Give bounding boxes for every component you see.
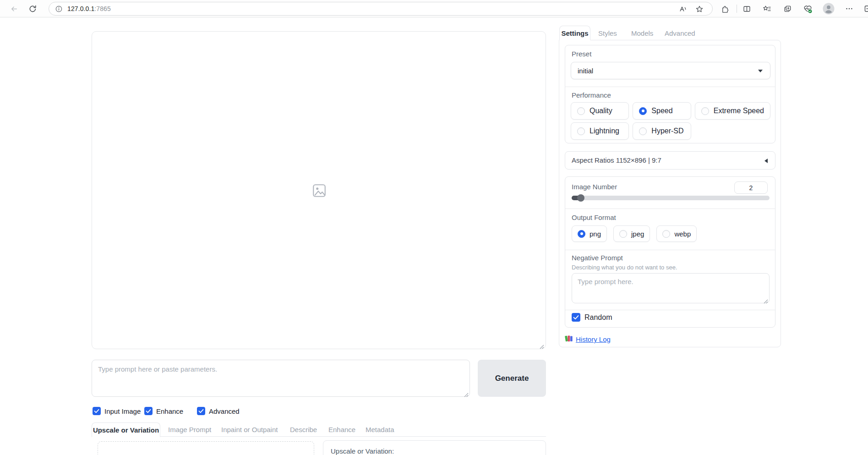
more-menu-icon[interactable] — [844, 3, 855, 14]
image-number-slider[interactable] — [572, 196, 770, 200]
radio-unchecked-icon — [662, 230, 670, 238]
negative-prompt-label: Negative Prompt — [572, 254, 623, 262]
preset-performance-group: Preset initial Performance Quality Speed — [565, 45, 775, 143]
site-info-icon[interactable] — [55, 5, 62, 12]
performance-options: Quality Speed Extreme Speed Lightning Hy… — [571, 102, 770, 140]
fooocus-app: Generate Input Image Enhance Advanced Up… — [0, 18, 868, 455]
enhance-checkbox[interactable]: Enhance — [144, 407, 183, 415]
tab-models[interactable]: Models — [631, 26, 653, 40]
output-format-options: png jpeg webp — [572, 225, 697, 242]
generate-button[interactable]: Generate — [478, 360, 546, 397]
url-text: 127.0.0.1:7865 — [67, 5, 111, 12]
toolbar-divider — [737, 5, 737, 13]
radio-checked-icon — [578, 230, 585, 238]
prompt-input[interactable] — [92, 360, 470, 397]
upscale-options-label: Upscale or Variation: — [331, 447, 394, 455]
read-aloud-icon[interactable] — [678, 5, 688, 14]
negative-prompt-input[interactable] — [572, 273, 770, 303]
tab-styles[interactable]: Styles — [598, 26, 617, 40]
random-label: Random — [584, 313, 612, 322]
tab-image-prompt[interactable]: Image Prompt — [168, 422, 211, 437]
performance-option-extreme-speed[interactable]: Extreme Speed — [695, 102, 770, 120]
accordion-collapsed-arrow-icon — [764, 159, 768, 163]
tab-describe[interactable]: Describe — [290, 422, 317, 437]
performance-label: Performance — [572, 91, 611, 99]
radio-unchecked-icon — [577, 127, 585, 135]
checkbox-checked-icon — [572, 313, 580, 322]
format-option-webp[interactable]: webp — [656, 225, 697, 242]
output-format-label: Output Format — [572, 214, 616, 221]
sidebar-icon[interactable] — [863, 3, 868, 14]
negative-prompt-info: Describing what you do not want to see. — [572, 264, 677, 271]
upscale-image-dropzone[interactable] — [98, 441, 314, 455]
history-log[interactable]: History Log — [565, 334, 611, 344]
input-image-checkbox[interactable]: Input Image — [93, 407, 141, 415]
collections-icon[interactable] — [782, 3, 793, 14]
split-screen-icon[interactable] — [741, 3, 752, 14]
performance-option-quality[interactable]: Quality — [571, 102, 629, 120]
extensions-icon[interactable] — [719, 3, 730, 14]
settings-panel: Preset initial Performance Quality Speed — [559, 40, 781, 347]
checkbox-checked-icon — [144, 407, 153, 415]
radio-checked-icon — [639, 107, 647, 115]
preset-value: initial — [578, 67, 593, 75]
image-preview-area[interactable] — [92, 31, 546, 349]
divider — [565, 87, 775, 87]
tab-settings[interactable]: Settings — [559, 26, 590, 40]
negative-prompt-resize-handle[interactable] — [764, 297, 768, 302]
divider — [565, 250, 775, 250]
radio-unchecked-icon — [577, 107, 585, 115]
favorites-list-icon[interactable] — [761, 3, 772, 14]
checkbox-label: Enhance — [156, 407, 183, 415]
radio-unchecked-icon — [619, 230, 627, 238]
tab-upscale-or-variation[interactable]: Upscale or Variation — [92, 422, 160, 437]
format-option-jpeg[interactable]: jpeg — [613, 225, 650, 242]
history-log-link[interactable]: History Log — [576, 335, 611, 343]
chevron-down-icon — [758, 70, 763, 72]
aspect-ratios-label: Aspect Ratios 1152×896 | 9:7 — [572, 156, 661, 164]
tab-inpaint-or-outpaint[interactable]: Inpaint or Outpaint — [221, 422, 278, 437]
performance-option-speed[interactable]: Speed — [633, 102, 691, 120]
tab-metadata[interactable]: Metadata — [366, 422, 394, 437]
tab-enhance[interactable]: Enhance — [328, 422, 355, 437]
checkbox-checked-icon — [197, 407, 205, 415]
image-number-label: Image Number — [572, 183, 617, 191]
random-checkbox[interactable]: Random — [572, 313, 612, 322]
back-icon[interactable] — [8, 3, 19, 14]
address-bar[interactable]: 127.0.0.1:7865 — [49, 2, 713, 16]
preset-label: Preset — [572, 50, 591, 58]
image-number-input[interactable] — [734, 181, 768, 194]
aspect-ratios-accordion[interactable]: Aspect Ratios 1152×896 | 9:7 — [565, 151, 775, 170]
divider — [565, 310, 775, 310]
checkbox-checked-icon — [93, 407, 101, 415]
upscale-options-panel: Upscale or Variation: — [323, 440, 546, 455]
prompt-input-wrap — [92, 360, 470, 397]
favorite-star-icon[interactable] — [695, 5, 704, 14]
history-log-icon — [565, 334, 573, 344]
refresh-icon[interactable] — [27, 3, 38, 14]
preset-dropdown[interactable]: initial — [571, 62, 770, 79]
radio-unchecked-icon — [701, 107, 709, 115]
performance-option-lightning[interactable]: Lightning — [571, 122, 629, 140]
browser-toolbar: 127.0.0.1:7865 — [0, 0, 868, 17]
browser-essentials-icon[interactable] — [802, 3, 813, 14]
checkbox-label: Input Image — [104, 407, 141, 415]
advanced-checkbox[interactable]: Advanced — [197, 407, 240, 415]
generation-options-group: Image Number Output Format png jpeg — [565, 176, 775, 328]
negative-prompt-wrap — [572, 273, 770, 303]
profile-avatar[interactable] — [823, 3, 835, 15]
tab-advanced[interactable]: Advanced — [665, 26, 695, 40]
format-option-png[interactable]: png — [572, 225, 607, 242]
radio-unchecked-icon — [639, 127, 647, 135]
divider — [565, 208, 775, 209]
checkbox-label: Advanced — [209, 407, 240, 415]
performance-option-hyper-sd[interactable]: Hyper-SD — [633, 122, 691, 140]
prompt-resize-handle[interactable] — [464, 391, 469, 395]
tool-tab-bar: Upscale or Variation Image Prompt Inpain… — [92, 422, 546, 437]
slider-thumb[interactable] — [577, 194, 584, 202]
preview-resize-handle[interactable] — [540, 343, 544, 347]
image-placeholder-icon — [311, 183, 327, 200]
